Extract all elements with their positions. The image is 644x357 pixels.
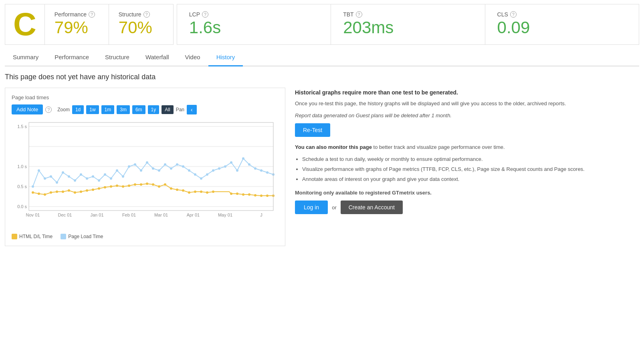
chart-legend: HTML D/L Time Page Load Time — [12, 234, 279, 239]
lcp-label: LCP — [189, 11, 200, 18]
chart-area: Page load times Add Note ? Zoom 1d 1w 1m… — [5, 88, 285, 246]
svg-point-62 — [104, 186, 106, 189]
svg-point-23 — [116, 169, 118, 172]
tab-performance[interactable]: Performance — [46, 49, 97, 66]
svg-point-40 — [218, 167, 220, 170]
svg-point-72 — [164, 183, 166, 186]
monitor-text: You can also monitor this page to better… — [295, 143, 639, 151]
add-note-button[interactable]: Add Note — [12, 104, 43, 114]
svg-point-16 — [74, 179, 76, 182]
performance-metric: Performance ? 79% — [45, 4, 109, 44]
svg-point-87 — [266, 195, 269, 197]
svg-text:May 01: May 01 — [218, 213, 232, 217]
svg-point-36 — [194, 173, 196, 176]
svg-point-63 — [110, 185, 112, 188]
svg-point-77 — [194, 191, 196, 193]
svg-point-22 — [110, 177, 112, 180]
lcp-help-icon[interactable]: ? — [202, 11, 208, 18]
svg-point-11 — [44, 177, 46, 180]
svg-point-47 — [260, 169, 262, 172]
pan-label: Pan — [176, 107, 184, 112]
svg-point-55 — [62, 191, 64, 193]
svg-point-30 — [158, 169, 160, 172]
svg-text:Jan 01: Jan 01 — [90, 213, 103, 217]
bullet-list: Schedule a test to run daily, weekly or … — [302, 154, 639, 184]
login-button[interactable]: Log in — [295, 201, 328, 214]
svg-point-15 — [68, 175, 70, 178]
svg-point-18 — [86, 177, 88, 180]
svg-point-45 — [248, 163, 250, 166]
svg-point-24 — [122, 175, 124, 178]
svg-point-80 — [212, 191, 214, 193]
tbt-help-icon[interactable]: ? — [356, 11, 362, 18]
svg-point-57 — [74, 191, 76, 194]
zoom-1m-button[interactable]: 1m — [101, 105, 115, 114]
svg-point-44 — [242, 157, 244, 160]
svg-point-46 — [254, 167, 256, 170]
svg-text:0.0 s: 0.0 s — [17, 204, 27, 209]
svg-point-68 — [140, 183, 142, 186]
svg-point-59 — [86, 189, 88, 192]
svg-point-52 — [44, 193, 46, 196]
tab-history[interactable]: History — [208, 49, 243, 66]
svg-point-10 — [38, 169, 40, 172]
zoom-1d-button[interactable]: 1d — [72, 105, 84, 114]
performance-label: Performance — [55, 11, 87, 18]
info-paragraph2: Report data generated on Guest plans wil… — [295, 112, 639, 120]
svg-text:0.5 s: 0.5 s — [17, 184, 27, 189]
svg-point-66 — [128, 185, 130, 187]
legend-html-dl: HTML D/L Time — [12, 234, 52, 239]
svg-text:Mar 01: Mar 01 — [154, 213, 168, 217]
svg-point-27 — [140, 169, 142, 172]
info-paragraph1: Once you re-test this page, the history … — [295, 100, 639, 108]
legend-html-dl-label: HTML D/L Time — [19, 234, 52, 239]
zoom-1y-button[interactable]: 1y — [148, 105, 159, 114]
svg-point-76 — [188, 191, 190, 194]
tabs-container: Summary Performance Structure Waterfall … — [5, 49, 639, 66]
svg-point-42 — [230, 161, 232, 164]
svg-point-25 — [128, 165, 130, 168]
zoom-1w-button[interactable]: 1w — [86, 105, 99, 114]
svg-point-48 — [266, 171, 269, 174]
svg-point-43 — [236, 169, 238, 172]
svg-point-85 — [254, 194, 256, 197]
svg-point-33 — [176, 163, 178, 166]
svg-point-78 — [200, 191, 202, 193]
svg-point-21 — [104, 173, 106, 176]
tab-summary[interactable]: Summary — [5, 49, 46, 66]
tab-video[interactable]: Video — [177, 49, 208, 66]
chart-controls: Add Note ? Zoom 1d 1w 1m 3m 6m 1y All Pa… — [12, 104, 279, 114]
chart-help-icon[interactable]: ? — [45, 106, 52, 113]
legend-page-load-label: Page Load Time — [68, 234, 103, 239]
structure-help-icon[interactable]: ? — [143, 11, 150, 18]
zoom-6m-button[interactable]: 6m — [132, 105, 145, 114]
svg-point-13 — [56, 181, 58, 184]
svg-point-37 — [200, 177, 202, 180]
svg-point-51 — [38, 193, 40, 195]
zoom-all-button[interactable]: All — [162, 105, 173, 114]
svg-text:1.0 s: 1.0 s — [17, 164, 27, 169]
monitor-rest: to better track and visualize page perfo… — [372, 144, 505, 150]
monitor-bold: You can also monitor this page — [295, 144, 372, 150]
tab-structure[interactable]: Structure — [97, 49, 137, 66]
lcp-value: 1.6s — [189, 18, 319, 38]
create-account-button[interactable]: Create an Account — [341, 201, 403, 214]
svg-text:J: J — [260, 213, 262, 217]
performance-help-icon[interactable]: ? — [89, 11, 95, 18]
zoom-3m-button[interactable]: 3m — [117, 105, 130, 114]
svg-point-29 — [152, 167, 154, 170]
pan-left-button[interactable]: ‹ — [187, 105, 197, 114]
svg-point-28 — [146, 161, 148, 164]
bullet-2: Visualize performance with graphs of Pag… — [302, 164, 639, 174]
svg-point-86 — [260, 195, 262, 197]
retest-button[interactable]: Re-Test — [295, 123, 330, 137]
no-data-message: This page does not yet have any historic… — [5, 73, 639, 81]
svg-text:Apr 01: Apr 01 — [187, 213, 200, 217]
svg-point-67 — [134, 183, 136, 186]
svg-point-71 — [158, 185, 160, 188]
tab-waterfall[interactable]: Waterfall — [137, 49, 177, 66]
svg-point-53 — [50, 191, 52, 194]
cls-help-icon[interactable]: ? — [510, 11, 517, 18]
or-text: or — [332, 205, 337, 211]
legend-page-load: Page Load Time — [61, 234, 103, 239]
